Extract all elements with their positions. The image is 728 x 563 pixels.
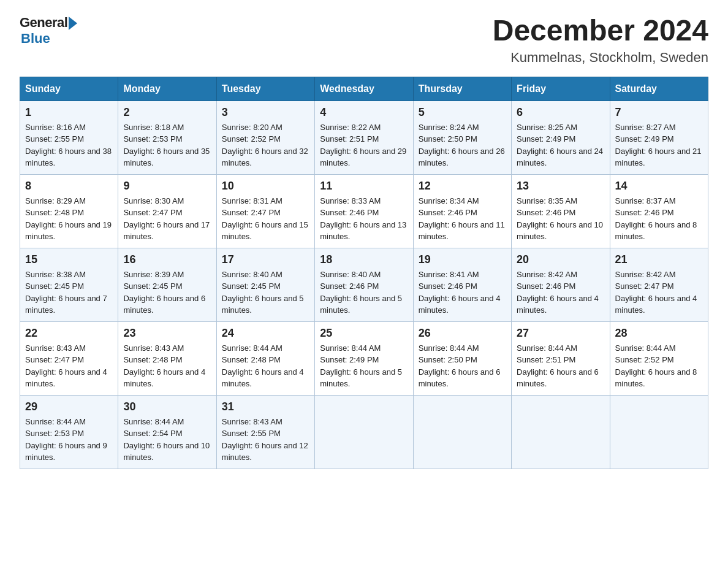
calendar-cell: 28Sunrise: 8:44 AMSunset: 2:52 PMDayligh… bbox=[610, 321, 708, 395]
calendar-cell: 10Sunrise: 8:31 AMSunset: 2:47 PMDayligh… bbox=[216, 174, 314, 248]
day-number: 30 bbox=[123, 400, 211, 413]
calendar-cell: 6Sunrise: 8:25 AMSunset: 2:49 PMDaylight… bbox=[512, 101, 610, 174]
calendar-cell: 8Sunrise: 8:29 AMSunset: 2:48 PMDaylight… bbox=[20, 174, 118, 248]
day-info: Sunrise: 8:44 AMSunset: 2:49 PMDaylight:… bbox=[320, 342, 408, 390]
calendar-cell: 19Sunrise: 8:41 AMSunset: 2:46 PMDayligh… bbox=[413, 248, 511, 321]
calendar-cell: 21Sunrise: 8:42 AMSunset: 2:47 PMDayligh… bbox=[610, 248, 708, 321]
day-number: 9 bbox=[123, 180, 211, 193]
day-info: Sunrise: 8:30 AMSunset: 2:47 PMDaylight:… bbox=[123, 195, 211, 243]
calendar-cell: 4Sunrise: 8:22 AMSunset: 2:51 PMDaylight… bbox=[315, 101, 413, 174]
day-number: 6 bbox=[517, 106, 604, 119]
calendar-cell: 30Sunrise: 8:44 AMSunset: 2:54 PMDayligh… bbox=[118, 395, 216, 469]
day-info: Sunrise: 8:18 AMSunset: 2:53 PMDaylight:… bbox=[123, 121, 211, 169]
day-info: Sunrise: 8:43 AMSunset: 2:47 PMDaylight:… bbox=[25, 342, 113, 390]
calendar-cell: 31Sunrise: 8:43 AMSunset: 2:55 PMDayligh… bbox=[216, 395, 314, 469]
title-block: December 2024 Kummelnas, Stockholm, Swed… bbox=[493, 15, 708, 66]
calendar-cell: 1Sunrise: 8:16 AMSunset: 2:55 PMDaylight… bbox=[20, 101, 118, 174]
day-info: Sunrise: 8:31 AMSunset: 2:47 PMDaylight:… bbox=[222, 195, 309, 243]
calendar-cell: 12Sunrise: 8:34 AMSunset: 2:46 PMDayligh… bbox=[413, 174, 511, 248]
day-info: Sunrise: 8:43 AMSunset: 2:55 PMDaylight:… bbox=[222, 416, 309, 464]
calendar-table: SundayMondayTuesdayWednesdayThursdayFrid… bbox=[20, 77, 708, 469]
day-info: Sunrise: 8:35 AMSunset: 2:46 PMDaylight:… bbox=[517, 195, 604, 243]
calendar-cell: 24Sunrise: 8:44 AMSunset: 2:48 PMDayligh… bbox=[216, 321, 314, 395]
calendar-cell: 5Sunrise: 8:24 AMSunset: 2:50 PMDaylight… bbox=[413, 101, 511, 174]
calendar-cell: 23Sunrise: 8:43 AMSunset: 2:48 PMDayligh… bbox=[118, 321, 216, 395]
day-info: Sunrise: 8:24 AMSunset: 2:50 PMDaylight:… bbox=[419, 121, 506, 169]
calendar-cell: 18Sunrise: 8:40 AMSunset: 2:46 PMDayligh… bbox=[315, 248, 413, 321]
day-number: 5 bbox=[419, 106, 506, 119]
calendar-cell: 17Sunrise: 8:40 AMSunset: 2:45 PMDayligh… bbox=[216, 248, 314, 321]
day-info: Sunrise: 8:44 AMSunset: 2:51 PMDaylight:… bbox=[517, 342, 604, 390]
calendar-cell: 29Sunrise: 8:44 AMSunset: 2:53 PMDayligh… bbox=[20, 395, 118, 469]
day-number: 15 bbox=[25, 253, 113, 266]
calendar-cell bbox=[413, 395, 511, 469]
day-info: Sunrise: 8:29 AMSunset: 2:48 PMDaylight:… bbox=[25, 195, 113, 243]
day-info: Sunrise: 8:16 AMSunset: 2:55 PMDaylight:… bbox=[25, 121, 113, 169]
calendar-cell bbox=[610, 395, 708, 469]
day-number: 1 bbox=[25, 106, 113, 119]
logo-general-text: General bbox=[20, 15, 67, 31]
calendar-cell: 26Sunrise: 8:44 AMSunset: 2:50 PMDayligh… bbox=[413, 321, 511, 395]
day-info: Sunrise: 8:39 AMSunset: 2:45 PMDaylight:… bbox=[123, 269, 211, 316]
day-info: Sunrise: 8:20 AMSunset: 2:52 PMDaylight:… bbox=[222, 121, 309, 169]
day-number: 31 bbox=[222, 400, 309, 413]
month-title: December 2024 bbox=[493, 15, 708, 47]
calendar-cell: 20Sunrise: 8:42 AMSunset: 2:46 PMDayligh… bbox=[512, 248, 610, 321]
day-number: 18 bbox=[320, 253, 408, 266]
day-number: 17 bbox=[222, 253, 309, 266]
day-info: Sunrise: 8:25 AMSunset: 2:49 PMDaylight:… bbox=[517, 121, 604, 169]
day-number: 28 bbox=[615, 327, 703, 340]
day-info: Sunrise: 8:44 AMSunset: 2:50 PMDaylight:… bbox=[419, 342, 506, 390]
day-number: 7 bbox=[615, 106, 703, 119]
calendar-cell: 16Sunrise: 8:39 AMSunset: 2:45 PMDayligh… bbox=[118, 248, 216, 321]
calendar-week-row: 22Sunrise: 8:43 AMSunset: 2:47 PMDayligh… bbox=[20, 321, 708, 395]
day-info: Sunrise: 8:34 AMSunset: 2:46 PMDaylight:… bbox=[419, 195, 506, 243]
day-number: 26 bbox=[419, 327, 506, 340]
day-number: 16 bbox=[123, 253, 211, 266]
day-info: Sunrise: 8:43 AMSunset: 2:48 PMDaylight:… bbox=[123, 342, 211, 390]
calendar-week-row: 15Sunrise: 8:38 AMSunset: 2:45 PMDayligh… bbox=[20, 248, 708, 321]
day-info: Sunrise: 8:42 AMSunset: 2:47 PMDaylight:… bbox=[615, 269, 703, 316]
weekday-header-tuesday: Tuesday bbox=[216, 77, 314, 101]
day-info: Sunrise: 8:41 AMSunset: 2:46 PMDaylight:… bbox=[419, 269, 506, 316]
day-info: Sunrise: 8:37 AMSunset: 2:46 PMDaylight:… bbox=[615, 195, 703, 243]
calendar-week-row: 1Sunrise: 8:16 AMSunset: 2:55 PMDaylight… bbox=[20, 101, 708, 174]
day-number: 24 bbox=[222, 327, 309, 340]
day-number: 29 bbox=[25, 400, 113, 413]
day-number: 21 bbox=[615, 253, 703, 266]
day-number: 13 bbox=[517, 180, 604, 193]
calendar-cell: 7Sunrise: 8:27 AMSunset: 2:49 PMDaylight… bbox=[610, 101, 708, 174]
day-info: Sunrise: 8:38 AMSunset: 2:45 PMDaylight:… bbox=[25, 269, 113, 316]
weekday-header-monday: Monday bbox=[118, 77, 216, 101]
weekday-header-thursday: Thursday bbox=[413, 77, 511, 101]
calendar-cell: 27Sunrise: 8:44 AMSunset: 2:51 PMDayligh… bbox=[512, 321, 610, 395]
calendar-cell: 9Sunrise: 8:30 AMSunset: 2:47 PMDaylight… bbox=[118, 174, 216, 248]
logo-arrow-icon bbox=[69, 17, 77, 30]
location-title: Kummelnas, Stockholm, Sweden bbox=[493, 50, 708, 66]
day-number: 20 bbox=[517, 253, 604, 266]
calendar-cell: 13Sunrise: 8:35 AMSunset: 2:46 PMDayligh… bbox=[512, 174, 610, 248]
calendar-cell: 25Sunrise: 8:44 AMSunset: 2:49 PMDayligh… bbox=[315, 321, 413, 395]
calendar-cell: 3Sunrise: 8:20 AMSunset: 2:52 PMDaylight… bbox=[216, 101, 314, 174]
calendar-cell bbox=[315, 395, 413, 469]
weekday-header-saturday: Saturday bbox=[610, 77, 708, 101]
day-number: 14 bbox=[615, 180, 703, 193]
day-number: 8 bbox=[25, 180, 113, 193]
weekday-header-friday: Friday bbox=[512, 77, 610, 101]
calendar-cell: 14Sunrise: 8:37 AMSunset: 2:46 PMDayligh… bbox=[610, 174, 708, 248]
day-info: Sunrise: 8:44 AMSunset: 2:54 PMDaylight:… bbox=[123, 416, 211, 464]
weekday-header-row: SundayMondayTuesdayWednesdayThursdayFrid… bbox=[20, 77, 708, 101]
day-number: 12 bbox=[419, 180, 506, 193]
page-header: General Blue December 2024 Kummelnas, St… bbox=[20, 15, 708, 66]
day-number: 11 bbox=[320, 180, 408, 193]
day-info: Sunrise: 8:22 AMSunset: 2:51 PMDaylight:… bbox=[320, 121, 408, 169]
day-info: Sunrise: 8:42 AMSunset: 2:46 PMDaylight:… bbox=[517, 269, 604, 316]
calendar-week-row: 29Sunrise: 8:44 AMSunset: 2:53 PMDayligh… bbox=[20, 395, 708, 469]
logo: General Blue bbox=[20, 15, 77, 47]
calendar-cell: 15Sunrise: 8:38 AMSunset: 2:45 PMDayligh… bbox=[20, 248, 118, 321]
calendar-cell: 11Sunrise: 8:33 AMSunset: 2:46 PMDayligh… bbox=[315, 174, 413, 248]
day-number: 22 bbox=[25, 327, 113, 340]
day-info: Sunrise: 8:40 AMSunset: 2:46 PMDaylight:… bbox=[320, 269, 408, 316]
calendar-cell: 22Sunrise: 8:43 AMSunset: 2:47 PMDayligh… bbox=[20, 321, 118, 395]
day-number: 3 bbox=[222, 106, 309, 119]
